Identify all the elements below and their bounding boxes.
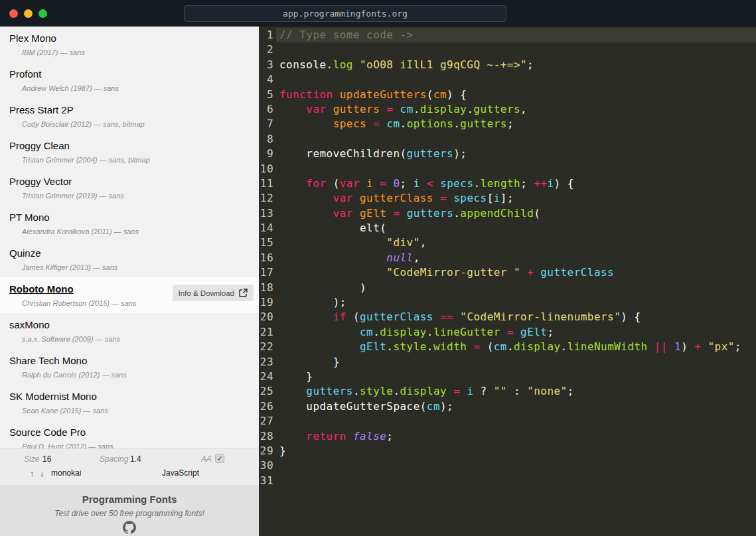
code-text[interactable]: } xyxy=(276,369,756,384)
font-list-item[interactable]: Roboto MonoChristian Robertson (2015) — … xyxy=(0,277,259,313)
code-text[interactable]: "CodeMirror-gutter " + gutterClass xyxy=(276,265,756,280)
code-text[interactable] xyxy=(276,474,756,488)
font-name: Proggy Vector xyxy=(9,176,250,187)
size-input[interactable]: 16 xyxy=(42,454,51,464)
code-text[interactable]: specs = cm.options.gutters; xyxy=(276,117,756,131)
font-name: PT Mono xyxy=(9,212,250,223)
code-text[interactable]: null, xyxy=(276,251,756,265)
aa-checkbox[interactable]: ✓ xyxy=(215,454,224,463)
font-name: Proggy Clean xyxy=(9,140,250,151)
code-text[interactable]: // Type some code -> xyxy=(276,28,756,42)
code-line[interactable]: 17 "CodeMirror-gutter " + gutterClass xyxy=(259,265,756,280)
code-text[interactable]: var gutters = cm.display.gutters, xyxy=(276,102,756,117)
code-line[interactable]: 21 cm.display.lineGutter = gElt; xyxy=(259,325,756,340)
code-text[interactable]: updateGutterSpace(cm); xyxy=(276,399,756,414)
font-list-item[interactable]: Share Tech MonoRalph du Carrois (2012) —… xyxy=(0,349,259,385)
font-list-item[interactable]: PT MonoAlexandra Korolkova (2011) — sans xyxy=(0,206,259,241)
code-text[interactable]: ); xyxy=(276,295,756,310)
code-text[interactable]: gElt.style.width = (cm.display.lineNumWi… xyxy=(276,340,756,354)
code-line[interactable]: 20 if (gutterClass == "CodeMirror-linenu… xyxy=(259,310,756,324)
code-line[interactable]: 26 updateGutterSpace(cm); xyxy=(259,399,756,414)
code-text[interactable]: var gutterClass = specs[i]; xyxy=(276,191,756,206)
info-download-button[interactable]: Info & Download xyxy=(173,285,254,301)
theme-select[interactable]: monokai xyxy=(51,468,81,478)
code-text[interactable] xyxy=(276,42,756,57)
font-list-item[interactable]: QuinzeJames Kilfiger (2013) — sans xyxy=(0,241,259,277)
code-line[interactable]: 8 xyxy=(259,132,756,147)
code-line[interactable]: 22 gElt.style.width = (cm.display.lineNu… xyxy=(259,340,756,354)
font-list-item[interactable]: Proggy VectorTristan Grimmer (2019) — sa… xyxy=(0,170,259,206)
font-name: Quinze xyxy=(9,247,250,259)
code-text[interactable] xyxy=(276,162,756,176)
font-list-item[interactable]: Plex MonoIBM (2017) — sans xyxy=(0,27,259,62)
code-line[interactable]: 4 xyxy=(259,72,756,87)
line-number: 23 xyxy=(259,355,273,369)
code-line[interactable]: 3console.log "oO08 iIlL1 g9qCGQ ~-+=>"; xyxy=(259,58,756,72)
github-icon[interactable] xyxy=(0,521,259,536)
aa-label: AA xyxy=(201,454,212,464)
language-select[interactable]: JavaScript xyxy=(162,468,199,478)
code-text[interactable]: removeChildren(gutters); xyxy=(276,147,756,161)
code-line[interactable]: 16 null, xyxy=(259,251,756,265)
font-list-item[interactable]: SK Modernist MonoSean Kane (2015) — sans xyxy=(0,385,259,421)
spacing-input[interactable]: 1.4 xyxy=(130,454,141,464)
code-line[interactable]: 14 elt( xyxy=(259,221,756,235)
code-line[interactable]: 5function updateGutters(cm) { xyxy=(259,88,756,102)
code-line[interactable]: 7 specs = cm.options.gutters; xyxy=(259,117,756,131)
code-text[interactable]: for (var i = 0; i < specs.length; ++i) { xyxy=(276,176,756,191)
code-line[interactable]: 30 xyxy=(259,458,756,473)
code-line[interactable]: 19 ); xyxy=(259,295,756,310)
code-text[interactable]: var gElt = gutters.appendChild( xyxy=(276,206,756,221)
zoom-button[interactable] xyxy=(38,9,47,18)
code-line[interactable]: 6 var gutters = cm.display.gutters, xyxy=(259,102,756,117)
code-line[interactable]: 28 return false; xyxy=(259,429,756,444)
font-list-item[interactable]: Source Code ProPaul D. Hunt (2012) — san… xyxy=(0,421,259,448)
font-list-item[interactable]: saxMonos.a.x. Software (2009) — sans xyxy=(0,313,259,349)
code-text[interactable]: cm.display.lineGutter = gElt; xyxy=(276,325,756,340)
font-list-item[interactable]: Proggy CleanTristan Grimmer (2004) — san… xyxy=(0,134,259,170)
code-text[interactable]: elt( xyxy=(276,221,756,235)
code-text[interactable] xyxy=(276,414,756,429)
font-list-item[interactable]: Press Start 2PCody Boisclair (2012) — sa… xyxy=(0,98,259,134)
code-line[interactable]: 10 xyxy=(259,162,756,176)
code-line[interactable]: 31 xyxy=(259,474,756,488)
code-line[interactable]: 1// Type some code -> xyxy=(259,28,756,42)
code-text[interactable]: ) xyxy=(276,281,756,295)
code-text[interactable]: console.log "oO08 iIlL1 g9qCGQ ~-+=>"; xyxy=(276,58,756,72)
minimize-button[interactable] xyxy=(24,9,33,18)
code-line[interactable]: 29} xyxy=(259,444,756,458)
theme-up-button[interactable]: ↑ xyxy=(30,468,35,478)
code-text[interactable] xyxy=(276,458,756,473)
code-line[interactable]: 25 gutters.style.display = i ? "" : "non… xyxy=(259,384,756,399)
code-line[interactable]: 12 var gutterClass = specs[i]; xyxy=(259,191,756,206)
code-text[interactable] xyxy=(276,72,756,87)
code-text[interactable]: "div", xyxy=(276,235,756,250)
theme-down-button[interactable]: ↓ xyxy=(40,468,44,478)
code-text[interactable] xyxy=(276,132,756,147)
line-number: 10 xyxy=(259,162,273,176)
close-button[interactable] xyxy=(9,9,18,18)
code-text[interactable]: if (gutterClass == "CodeMirror-linenumbe… xyxy=(276,310,756,324)
code-text[interactable]: return false; xyxy=(276,429,756,444)
code-editor[interactable]: 1// Type some code ->23console.log "oO08… xyxy=(259,27,756,536)
code-text[interactable]: } xyxy=(276,444,756,458)
code-line[interactable]: 13 var gElt = gutters.appendChild( xyxy=(259,206,756,221)
code-text[interactable]: } xyxy=(276,355,756,369)
font-meta: IBM (2017) — sans xyxy=(22,48,250,56)
code-line[interactable]: 18 ) xyxy=(259,281,756,295)
code-line[interactable]: 11 for (var i = 0; i < specs.length; ++i… xyxy=(259,176,756,191)
code-area[interactable]: 1// Type some code ->23console.log "oO08… xyxy=(259,28,756,488)
code-line[interactable]: 15 "div", xyxy=(259,235,756,250)
code-text[interactable]: function updateGutters(cm) { xyxy=(276,88,756,102)
font-list-item[interactable]: ProfontAndrew Welch (1987) — sans xyxy=(0,62,259,98)
code-line[interactable]: 2 xyxy=(259,42,756,57)
code-line[interactable]: 9 removeChildren(gutters); xyxy=(259,147,756,161)
line-number: 12 xyxy=(259,191,273,206)
line-number: 31 xyxy=(259,474,273,488)
code-line[interactable]: 27 xyxy=(259,414,756,429)
code-line[interactable]: 24 } xyxy=(259,369,756,384)
code-text[interactable]: gutters.style.display = i ? "" : "none"; xyxy=(276,384,756,399)
line-number: 7 xyxy=(259,117,273,131)
url-bar[interactable]: app.programmingfonts.org xyxy=(184,5,506,22)
code-line[interactable]: 23 } xyxy=(259,355,756,369)
